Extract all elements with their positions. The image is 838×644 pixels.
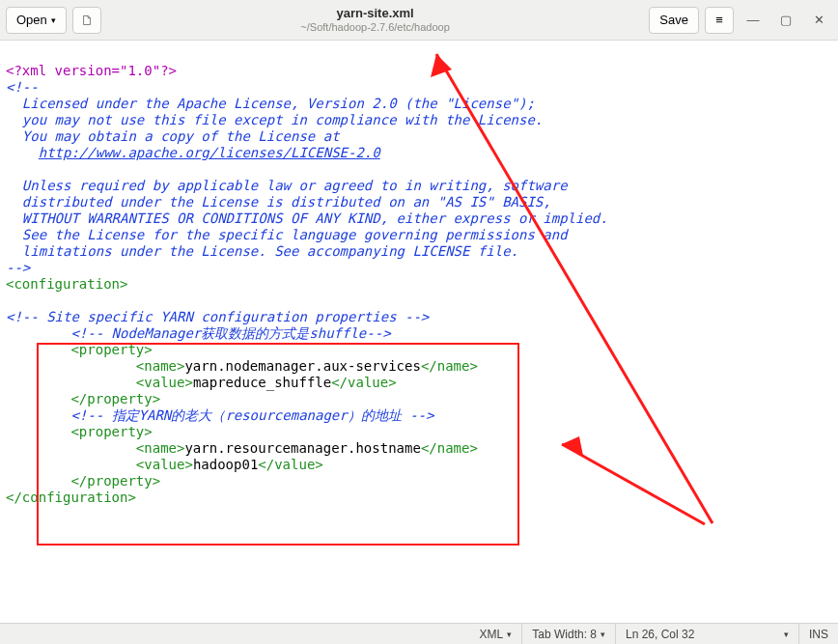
chevron-down-icon: ▾ [784,630,789,639]
name-close-tag: </name> [421,358,478,374]
comment-open: <!-- [6,79,39,95]
close-icon: ✕ [814,13,824,27]
toolbar-left: Open ▾ [6,7,101,34]
comment-text: 指定YARN的老大（resourcemanager）的地址 [103,407,409,423]
configuration-open-tag: <configuration> [6,276,127,292]
open-label: Open [16,13,47,27]
status-tab-width[interactable]: Tab Width: 8 ▾ [522,624,616,644]
comment-delim: --> [366,325,390,341]
minimize-button[interactable]: — [740,7,767,34]
minimize-icon: — [747,13,760,27]
toolbar-right: Save ≡ — ▢ ✕ [649,7,832,34]
chevron-down-icon: ▾ [507,630,512,639]
new-document-icon [83,13,91,28]
window-subtitle: ~/Soft/hadoop-2.7.6/etc/hadoop [101,21,650,34]
comment-close: --> [6,260,30,275]
license-line: you may not use this file except in comp… [6,112,543,127]
license-line: distributed under the License is distrib… [6,194,551,210]
status-tab-label: Tab Width: 8 [532,628,597,641]
license-line: WITHOUT WARRANTIES OR CONDITIONS OF ANY … [6,210,608,226]
status-insert-mode[interactable]: INS [799,624,838,644]
status-cursor-position[interactable]: Ln 26, Col 32 ▾ [616,624,799,644]
site-comment: <!-- Site specific YARN configuration pr… [6,309,429,324]
property-value: mapreduce_shuffle [193,375,331,390]
close-button[interactable]: ✕ [805,7,832,34]
comment-delim: --> [409,407,433,423]
hamburger-icon: ≡ [715,13,723,27]
property-close-tag: </property> [70,391,160,406]
save-button[interactable]: Save [649,7,699,34]
value-open-tag: <value> [136,457,193,472]
license-line: Unless required by applicable law or agr… [6,178,568,193]
open-dropdown-icon: ▾ [51,15,56,25]
xml-declaration: <?xml version="1.0"?> [6,63,177,78]
license-line: See the License for the specific languag… [6,227,568,242]
open-button[interactable]: Open ▾ [6,7,67,34]
property-close-tag: </property> [70,473,160,489]
statusbar: XML ▾ Tab Width: 8 ▾ Ln 26, Col 32 ▾ INS [0,623,838,644]
name-open-tag: <name> [136,440,185,456]
maximize-icon: ▢ [780,13,792,27]
property-open-tag: <property> [70,424,152,439]
name-open-tag: <name> [136,358,185,374]
new-document-button[interactable] [72,7,101,34]
license-line: Licensed under the Apache License, Versi… [6,96,535,111]
comment-delim: <!-- [70,325,103,341]
toolbar: Open ▾ yarn-site.xml ~/Soft/hadoop-2.7.6… [0,0,838,41]
license-link[interactable]: http://www.apache.org/licenses/LICENSE-2… [39,145,380,160]
comment-delim: <!-- [70,407,103,423]
window-title: yarn-site.xml [101,6,650,21]
license-line: limitations under the License. See accom… [6,243,518,259]
status-ins-label: INS [809,628,828,641]
property-name: yarn.resourcemanager.hostname [184,440,420,456]
license-line: You may obtain a copy of the License at [6,128,340,144]
save-label: Save [659,13,688,27]
comment-text: NodeManager获取数据的方式是shuffle [103,325,366,341]
status-language-label: XML [480,628,504,641]
property-value: hadoop01 [193,457,258,472]
status-pos-label: Ln 26, Col 32 [626,628,780,641]
property-open-tag: <property> [70,342,152,357]
title-area: yarn-site.xml ~/Soft/hadoop-2.7.6/etc/ha… [101,6,650,34]
property-name: yarn.nodemanager.aux-services [184,358,420,374]
maximize-button[interactable]: ▢ [772,7,799,34]
value-close-tag: </value> [258,457,322,472]
value-open-tag: <value> [136,375,193,390]
editor-area[interactable]: <?xml version="1.0"?> <!-- Licensed unde… [0,41,838,623]
status-language[interactable]: XML ▾ [470,624,523,644]
name-close-tag: </name> [421,440,478,456]
hamburger-menu-button[interactable]: ≡ [705,7,734,34]
configuration-close-tag: </configuration> [6,490,136,505]
chevron-down-icon: ▾ [601,630,605,639]
value-close-tag: </value> [331,375,396,390]
